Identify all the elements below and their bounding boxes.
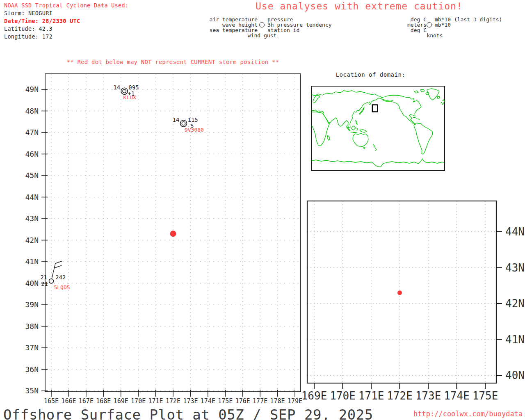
x-axis-label: 165E: [44, 397, 59, 405]
y-axis-label: 42N: [25, 236, 39, 244]
wind-barb-barb: [55, 261, 62, 263]
x-axis-label: 169E: [301, 390, 327, 402]
legend-unit-knots: knots: [412, 33, 457, 38]
x-axis-label: 174E: [201, 397, 215, 405]
wind-barb-staff: [52, 263, 55, 279]
station-air-temp: 14: [173, 116, 180, 123]
coastline-australia: [353, 133, 368, 147]
coastline-philippines: [356, 120, 357, 125]
x-axis-label: 173E: [415, 390, 441, 402]
y-axis-label: 45N: [25, 171, 39, 180]
y-axis-label: 40N: [505, 369, 525, 381]
coastline-ireland: [441, 102, 442, 104]
y-axis-label: 47N: [25, 128, 39, 137]
y-axis-label: 44N: [505, 226, 525, 238]
coastline-hispaniola: [418, 119, 420, 119]
x-axis-label: 175E: [218, 397, 233, 405]
station-sea-temp: 21: [41, 281, 48, 287]
coastline-java: [351, 132, 357, 133]
plot-title: Offshore Surface Plot at 05Z / SEP 29, 2…: [3, 406, 373, 420]
legend-sea-temperature: sea temperature: [176, 27, 258, 33]
coastline-antarctica: [312, 159, 444, 167]
station-air-temp: 21: [40, 274, 47, 281]
offshore-surface-plot-page: { "storm_info": { "source": "NOAA SSD Tr…: [0, 0, 525, 420]
source-url-link[interactable]: http://coolwx.com/buoydata: [413, 410, 523, 418]
coastline-arctic-island: [414, 91, 418, 93]
coastline-new-zealand-north: [373, 144, 375, 146]
y-axis-label: 36N: [25, 365, 39, 374]
station-pressure: 115: [187, 116, 198, 123]
caution-headline: Use analyses with extreme caution!: [256, 1, 463, 11]
storm-info-name: Storm: NEOGURI: [4, 9, 128, 17]
storm-info-block: NOAA SSD Tropical Cyclone Data Used: Sto…: [4, 2, 128, 41]
coastline-new-guinea: [360, 130, 367, 132]
storm-info-datetime: Date/Time: 28/2330 UTC: [4, 17, 128, 25]
station-pressure: 242: [55, 274, 66, 281]
legend-wind-gust: wind gust: [240, 33, 285, 38]
y-axis-label: 42N: [505, 297, 525, 310]
coastline-sulawesi: [356, 128, 358, 130]
station-air-temp: 14: [113, 84, 120, 91]
x-axis-label: 172E: [387, 390, 413, 402]
coastline-africa: [312, 112, 330, 145]
domain-location-box: [372, 105, 378, 112]
station-symbol-outer-circle: [121, 88, 128, 94]
zoom-domain-plot: 169E170E171E172E173E174E175E44N43N42N41N…: [306, 199, 525, 410]
coastline-scandinavia: [313, 95, 320, 103]
coastline-japan: [359, 107, 364, 114]
x-axis-label: 175E: [472, 390, 498, 402]
y-axis-label: 46N: [25, 150, 39, 158]
station-circle-icon: [427, 22, 432, 27]
station-symbol-circle: [49, 279, 54, 283]
station-id: KLUX: [123, 94, 136, 100]
x-axis-label: 171E: [148, 397, 163, 405]
x-axis-label: 174E: [444, 390, 470, 402]
y-axis-label: 48N: [25, 107, 39, 115]
legend-unit-mb: mb*10: [435, 22, 451, 27]
y-axis-label: 41N: [505, 333, 525, 346]
wind-barb-barb: [55, 265, 62, 268]
x-axis-label: 168E: [96, 397, 111, 405]
y-axis-label: 44N: [25, 193, 39, 201]
x-axis-label: 167E: [79, 397, 94, 405]
storm-info-source: NOAA SSD Tropical Cyclone Data Used:: [4, 2, 128, 9]
coastline-new-zealand-south: [375, 147, 377, 151]
storm-info-latitude: Latitude: 42.3: [4, 25, 128, 33]
station-symbol-inner-circle: [182, 122, 185, 125]
coastline-south-america: [414, 123, 433, 154]
station-circle-icon: [259, 22, 265, 27]
coastline-madagascar: [327, 135, 330, 140]
y-axis-label: 38N: [25, 322, 39, 331]
coastline-iceland: [437, 96, 440, 98]
world-map-title: Location of domain:: [304, 71, 438, 78]
x-axis-label: 178E: [270, 397, 285, 405]
coastline-north-america: [382, 95, 421, 125]
station-id: 5LQD5: [54, 284, 70, 290]
station-symbol-outer-circle: [180, 120, 187, 127]
x-axis-label: 177E: [253, 397, 267, 405]
coastline-arctic-island: [420, 89, 425, 92]
station-id: 9V3080: [185, 127, 204, 133]
storm-position-dot: [397, 290, 402, 295]
world-map-inset: [311, 86, 445, 171]
x-axis-label: 176E: [235, 397, 250, 405]
main-surface-plot: 165E166E167E168E169E170E171E172E173E174E…: [16, 70, 306, 410]
x-axis-label: 166E: [61, 397, 76, 405]
legend-unit-degc-sea: deg C: [369, 27, 427, 33]
x-axis-label: 169E: [114, 397, 128, 405]
x-axis-label: 170E: [330, 390, 356, 402]
storm-info-longitude: Longitude: 172: [4, 33, 128, 41]
x-axis-label: 170E: [131, 397, 146, 405]
y-axis-label: 35N: [25, 386, 39, 395]
storm-position-dot: [170, 231, 176, 237]
station-symbol-inner-circle: [123, 89, 126, 93]
y-axis-label: 39N: [25, 300, 39, 309]
y-axis-label: 43N: [25, 214, 39, 223]
x-axis-label: 179E: [288, 397, 302, 405]
y-axis-label: 40N: [25, 279, 39, 288]
coastline-borneo: [352, 126, 356, 130]
station-pressure: 095: [128, 84, 139, 91]
y-axis-label: 43N: [505, 262, 525, 274]
x-axis-label: 172E: [166, 397, 180, 405]
coastline-cuba: [413, 117, 417, 119]
